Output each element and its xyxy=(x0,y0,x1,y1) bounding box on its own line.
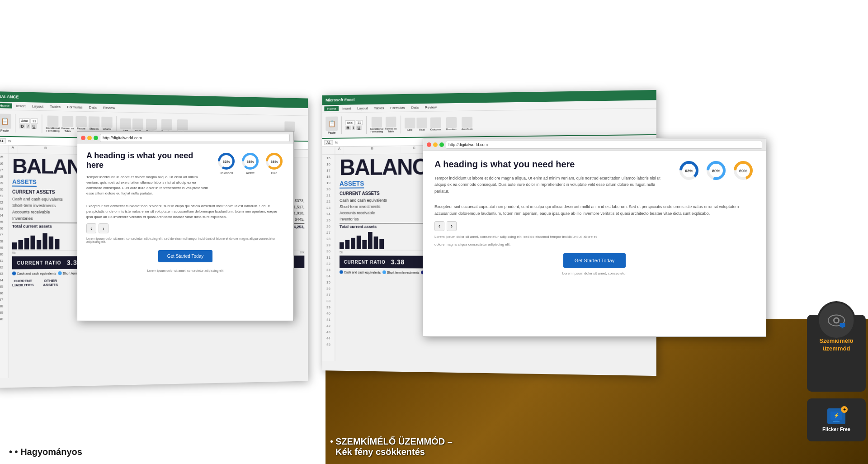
autosum-icon[interactable] xyxy=(177,119,188,130)
right-section: Microsoft Excel Home Insert Layout Table… xyxy=(326,0,868,464)
svg-rect-21 xyxy=(840,323,845,327)
charts-label: Charts xyxy=(103,128,111,130)
donut-svg2-left: 88% xyxy=(240,151,260,171)
autosum-icon-right[interactable] xyxy=(462,117,472,128)
font-name[interactable]: Arial xyxy=(19,118,30,123)
rownum-18: 18 xyxy=(0,173,8,180)
get-started-btn-right[interactable]: Get Started Today xyxy=(563,253,626,268)
browser-address-left[interactable]: http://digitalworld.com xyxy=(100,134,290,142)
tab-insert-right[interactable]: Insert xyxy=(340,106,354,111)
bar4-left xyxy=(30,236,35,250)
format-icon-right[interactable] xyxy=(386,117,396,128)
rownum-22: 22 xyxy=(0,199,8,206)
axis-0: 5k xyxy=(12,251,16,255)
nav-prev-right[interactable]: ‹ xyxy=(434,221,444,231)
italic-btn[interactable]: I xyxy=(26,124,30,128)
tab-review-right[interactable]: Review xyxy=(422,105,439,110)
rn-33: 33 xyxy=(322,267,335,273)
donut-charts-right: 63% 80% xyxy=(678,159,755,182)
eye-care-badge: Szemkímélő üzemmód xyxy=(807,315,866,392)
excel-ribbon-right: 📋 Paste Arial 11 B I U xyxy=(322,109,656,139)
rn-30: 30 xyxy=(322,248,335,254)
heat-icon-right[interactable] xyxy=(416,118,427,128)
excel-title-right: Microsoft Excel xyxy=(326,98,354,103)
tab-formulas-right[interactable]: Formulas xyxy=(387,105,407,111)
browser-minimize-right[interactable] xyxy=(433,142,438,147)
browser-maximize-left[interactable] xyxy=(94,136,98,140)
bold-btn-right[interactable]: B xyxy=(345,126,351,130)
tab-data-left[interactable]: Data xyxy=(86,105,99,110)
format-table-icon[interactable] xyxy=(62,116,73,127)
nav-prev-left[interactable]: ‹ xyxy=(86,223,96,233)
nav-next-right[interactable]: › xyxy=(447,221,457,231)
main-container: BALANCE Home Insert Layout Tables Formul… xyxy=(0,0,868,464)
tab-formulas-left[interactable]: Formulas xyxy=(64,104,85,110)
rbar7 xyxy=(374,237,378,249)
cell-reference-left[interactable]: A1 xyxy=(0,138,6,144)
cond-icon-right[interactable] xyxy=(372,117,382,128)
line-icon[interactable] xyxy=(120,118,131,130)
browser-minimize-left[interactable] xyxy=(87,136,92,140)
line-label-right: Line xyxy=(407,128,412,131)
rownum-28: 28 xyxy=(0,238,8,244)
font-size[interactable]: 11 xyxy=(30,118,38,123)
tab-home-left[interactable]: Home xyxy=(0,103,12,109)
llabel-inv-right: Short-term Investments xyxy=(387,271,419,274)
underline-btn-right[interactable]: U xyxy=(356,125,362,130)
heat-icon[interactable] xyxy=(132,118,143,129)
charts-icon[interactable] xyxy=(101,117,112,128)
browser-maximize-right[interactable] xyxy=(439,142,444,147)
flicker-star: ✦ xyxy=(841,406,848,413)
browser-close-left[interactable] xyxy=(81,136,85,140)
rn-31: 31 xyxy=(322,254,335,260)
bold-btn[interactable]: B xyxy=(19,124,25,128)
tab-home-right[interactable]: Home xyxy=(324,106,339,111)
rn-45: 45 xyxy=(322,341,335,347)
rn-27: 27 xyxy=(322,229,335,236)
outcome-icon[interactable] xyxy=(146,119,157,130)
rownum-19: 19 xyxy=(0,180,8,186)
shapes-icon[interactable] xyxy=(89,116,99,128)
col-a: A xyxy=(9,145,18,153)
browser-close-right[interactable] xyxy=(427,142,431,147)
browser-address-right[interactable]: http://digitalworld.com xyxy=(446,141,762,149)
line-icon-right[interactable] xyxy=(405,118,415,128)
picture-icon[interactable] xyxy=(75,116,86,128)
function-icon-right[interactable] xyxy=(446,117,457,128)
lorem-after-btn-right: Lorem ipsum dolor sit amet, consectetur xyxy=(434,271,755,275)
tab-layout-right[interactable]: Layout xyxy=(354,106,370,111)
cell-ref-right[interactable]: A1 xyxy=(324,140,333,145)
italic-btn-right[interactable]: I xyxy=(352,126,355,130)
donut1-right: 63% xyxy=(678,159,700,182)
bar7-left xyxy=(49,237,53,249)
tab-data-right[interactable]: Data xyxy=(409,105,421,110)
nav-next-left[interactable]: › xyxy=(99,223,108,233)
paste-icon-right[interactable]: 📋 xyxy=(326,117,338,131)
rownum-24: 24 xyxy=(0,212,8,218)
rn-20: 20 xyxy=(322,186,335,192)
rownum-25: 25 xyxy=(0,218,8,225)
rownum-39: 39 xyxy=(0,309,8,316)
rn-29: 29 xyxy=(322,242,335,248)
rn-39: 39 xyxy=(322,304,335,310)
svg-rect-25 xyxy=(835,420,838,421)
zoom-icon[interactable] xyxy=(284,121,295,132)
paste-icon[interactable]: 📋 xyxy=(0,114,11,128)
underline-btn[interactable]: U xyxy=(31,124,37,128)
right-label-line2: Kék fény csökkentés xyxy=(335,447,453,457)
cond-format-icon[interactable] xyxy=(47,116,58,127)
tab-tables-left[interactable]: Tables xyxy=(47,104,63,109)
font-size-right[interactable]: 11 xyxy=(356,120,363,125)
function-icon[interactable] xyxy=(161,119,172,130)
get-started-btn-left[interactable]: Get Started Today xyxy=(158,250,212,262)
rbar1 xyxy=(340,242,344,249)
browser-text2-right: Excepteur sint occaecat cupidatat non pr… xyxy=(434,204,755,217)
tab-tables-right[interactable]: Tables xyxy=(371,105,387,110)
tab-insert-left[interactable]: Insert xyxy=(13,104,28,109)
font-name-right[interactable]: Arial xyxy=(345,120,355,125)
total-label-left: Total current assets xyxy=(12,224,52,228)
tab-layout-left[interactable]: Layout xyxy=(29,104,46,109)
tab-review-left[interactable]: Review xyxy=(100,105,118,111)
outcome-icon-right[interactable] xyxy=(430,117,441,128)
rn-19: 19 xyxy=(322,180,335,186)
